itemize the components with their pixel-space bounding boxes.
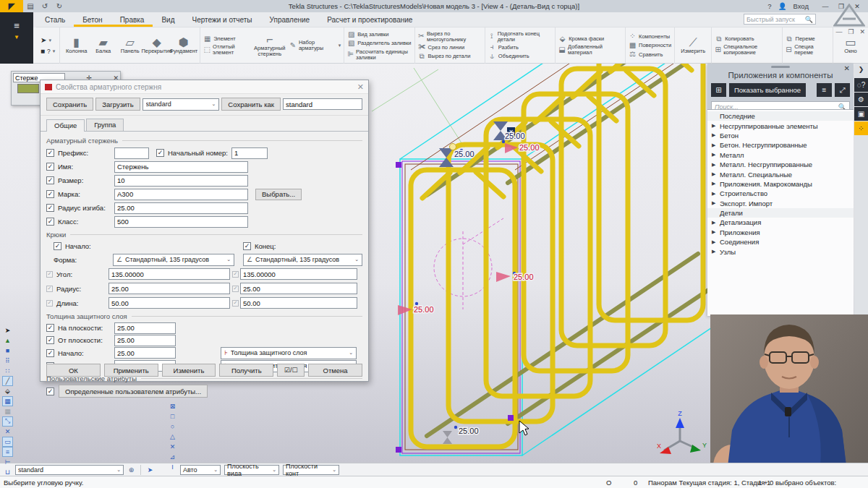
toolbar-icon[interactable]: ╱ — [2, 376, 13, 386]
ribbon-button[interactable]: ⊫ Рассчитать единицы заливки — [347, 49, 411, 61]
ribbon-button[interactable]: ◆ Перекрытие — [143, 37, 170, 54]
side-pane-button[interactable]: ⁘ — [854, 121, 868, 135]
component-tree-item[interactable]: ▶ Узлы — [707, 247, 854, 256]
uda-checkbox[interactable]: ✓ — [46, 388, 54, 395]
name-checkbox[interactable]: ✓ — [46, 163, 54, 171]
side-pane-button[interactable]: ▣ — [854, 107, 868, 121]
hook-angle-start-input[interactable] — [109, 268, 230, 280]
ribbon-tab[interactable]: Управление — [261, 14, 319, 27]
ribbon-button[interactable]: ⁘ Компоненты — [629, 33, 671, 40]
hook-shape-end-select[interactable]: ∠ Стандартный, 135 градусов⌄ — [243, 254, 362, 266]
bend-radius-checkbox[interactable]: ✓ — [46, 204, 54, 212]
cover-from-plane-checkbox[interactable]: ✓ — [46, 336, 54, 344]
ok-button[interactable]: ОК — [46, 364, 101, 377]
minimize-button[interactable]: — — [820, 3, 830, 10]
toolbar-icon[interactable]: ⤡ — [2, 416, 13, 427]
radius-mini-checkbox[interactable]: ✓ — [46, 286, 53, 292]
length-mini-checkbox[interactable]: ✓ — [46, 300, 53, 307]
component-tree-item[interactable]: ▶ Приложения. Макрокоманды — [707, 179, 854, 189]
side-pane-button[interactable]: ◌? — [854, 78, 868, 92]
modify-button[interactable]: Изменить — [162, 364, 216, 377]
ribbon-tab[interactable]: Бетон — [74, 14, 111, 27]
toolbar-icon[interactable]: ➤ — [2, 325, 13, 335]
ribbon-tab[interactable]: Вид — [153, 14, 183, 27]
ribbon-tab[interactable]: Правка — [111, 14, 153, 27]
expand-arrow-icon[interactable]: ▶ — [712, 171, 717, 177]
start-number-input[interactable] — [231, 147, 268, 159]
ribbon-button[interactable]: ⬢ Фундамент — [170, 37, 197, 54]
mdi-minimize-button[interactable]: — — [835, 28, 842, 35]
component-tree-item[interactable]: ▶ Бетон — [707, 131, 854, 140]
toolbar-icon[interactable]: ∷ — [2, 366, 13, 376]
settings-gear-icon[interactable]: ⊛ — [126, 465, 137, 475]
user-icon[interactable]: 👤 — [778, 2, 787, 10]
ribbon-button[interactable]: ⧉ Копировать — [715, 35, 778, 43]
component-tree-item[interactable]: ▶ Металл. Несгруппированные — [707, 160, 854, 169]
expand-arrow-icon[interactable]: ▶ — [712, 229, 717, 235]
toggle-checkboxes-button[interactable]: ☑/☐ — [277, 364, 305, 377]
ribbon-tab[interactable]: Сталь — [36, 14, 74, 27]
bend-radius-input[interactable] — [114, 202, 248, 214]
tekla-logo-icon[interactable]: ◤ — [0, 0, 23, 12]
expand-pane-icon[interactable]: ❯ — [854, 64, 868, 75]
component-tree-item[interactable]: ▶ Экспорт. Импорт — [707, 199, 854, 208]
measure-button[interactable]: ⟋ Измерить — [678, 37, 708, 54]
profile-select[interactable]: standard⌄ — [142, 98, 220, 111]
hamburger-icon[interactable]: ≡ — [14, 22, 20, 30]
component-tree-item[interactable]: ▶ Детали — [707, 208, 854, 218]
cover-start-checkbox[interactable]: ✓ — [46, 349, 54, 357]
dialog-tab[interactable]: Группа — [86, 119, 124, 131]
uda-button[interactable]: Определенные пользователем атрибуты... — [59, 385, 208, 398]
ribbon-button[interactable]: ⧉ Вырез по детали — [418, 53, 482, 61]
component-tree-item[interactable]: ▶ Металл. Специальные — [707, 169, 854, 179]
toolbar-icon[interactable]: ▲ — [2, 335, 13, 346]
ribbon-button[interactable]: ⊞ Специальное копирование — [715, 44, 778, 56]
save-as-button[interactable]: Сохранить как — [221, 98, 281, 111]
class-input[interactable] — [114, 216, 248, 228]
cover-on-plane-input[interactable] — [114, 322, 176, 334]
panel-close-icon[interactable]: ✕ — [844, 64, 850, 72]
toolbar-icon[interactable]: ■ — [2, 346, 13, 356]
ribbon-button[interactable]: ▱ Панель — [116, 37, 143, 54]
components-panel[interactable]: ✕ Приложения и компоненты ⊞ Показать выб… — [707, 64, 854, 316]
toolbar-icon[interactable]: ✕ — [2, 427, 13, 437]
dialog-close-icon[interactable]: ✕ — [357, 82, 364, 92]
ribbon-button[interactable]: ⚖ Сравнить — [629, 51, 671, 59]
hook-end-checkbox[interactable]: ✓ — [243, 242, 251, 250]
expand-arrow-icon[interactable]: ▶ — [712, 200, 717, 206]
load-profile-button[interactable]: Загрузить — [95, 98, 140, 111]
ribbon-button[interactable]: ▩ Поверхности — [629, 42, 671, 50]
redo-icon[interactable]: ↻ — [52, 2, 67, 10]
ribbon-button[interactable]: ▰ Балка — [90, 37, 116, 54]
model-viewport[interactable]: ✕ 25.00 25.00 25.00 25.00 25.00 — [0, 64, 868, 463]
view-plane-select[interactable]: Плоскость вида⌄ — [224, 465, 279, 475]
apply-button[interactable]: Применить — [104, 364, 158, 377]
snap-icon[interactable]: ○ — [167, 421, 178, 432]
cover-on-plane-checkbox[interactable]: ✓ — [46, 324, 54, 332]
expand-arrow-icon[interactable]: ▶ — [712, 152, 717, 158]
snap-icon[interactable]: ⊿ — [167, 452, 178, 462]
size-checkbox[interactable]: ✓ — [46, 176, 54, 184]
expand-arrow-icon[interactable]: ▶ — [712, 142, 717, 148]
grade-checkbox[interactable]: ✓ — [46, 190, 54, 198]
angle-mini-checkbox[interactable]: ✓ — [46, 271, 53, 278]
ribbon-button[interactable]: ▨ Вид заливки — [347, 31, 411, 39]
class-checkbox[interactable]: ✓ — [46, 218, 54, 226]
ribbon-button[interactable]: ⬓ Добавленный материал — [558, 44, 622, 56]
ribbon-button[interactable]: ⟟ Подогнать конец детали — [488, 31, 552, 43]
snap-icon[interactable]: ⊠ — [167, 401, 178, 411]
hook-radius-start-input[interactable] — [109, 283, 230, 294]
prefix-input[interactable] — [114, 147, 149, 159]
component-tree-item[interactable]: ▶ Металл — [707, 150, 854, 160]
hook-radius-end-input[interactable] — [240, 283, 357, 294]
toolbar-icon[interactable]: ▭ — [2, 437, 13, 447]
expand-arrow-icon[interactable]: ▶ — [712, 249, 717, 254]
side-pane-button[interactable]: ⚙ — [854, 93, 868, 106]
hook-angle-end-input[interactable] — [240, 268, 357, 280]
length-end-mini-checkbox[interactable]: ✓ — [232, 300, 239, 307]
hook-length-start-input[interactable] — [109, 297, 230, 309]
component-tree-item[interactable]: ▶ Строительство — [707, 189, 854, 198]
pointer-icon[interactable]: ➤ — [145, 465, 156, 475]
toolbar-icon[interactable]: ⬙ — [2, 386, 13, 396]
radius-end-mini-checkbox[interactable]: ✓ — [232, 286, 239, 292]
